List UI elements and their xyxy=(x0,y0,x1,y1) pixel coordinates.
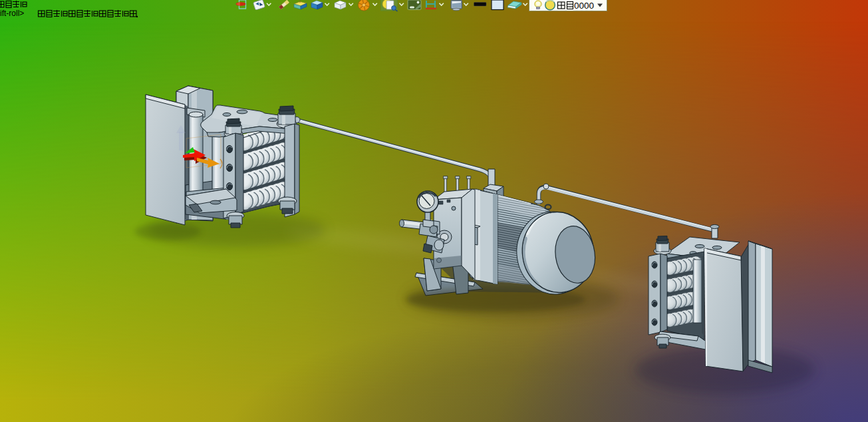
svg-text:0000: 0000 xyxy=(574,1,594,11)
svg-text:ift-roll>: ift-roll> xyxy=(0,9,24,18)
